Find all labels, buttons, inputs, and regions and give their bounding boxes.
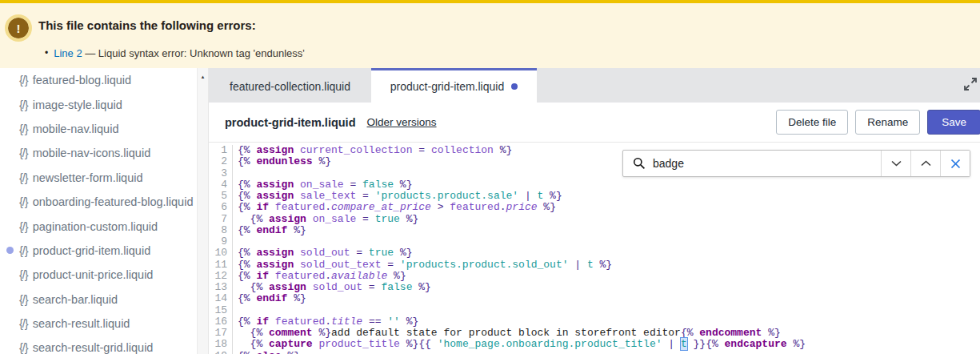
code-token: %} <box>494 144 512 156</box>
sidebar-item-search-result[interactable]: {/}search-result.liquid <box>0 312 197 336</box>
sidebar-item-search-bar[interactable]: {/}search-bar.liquid <box>0 288 197 312</box>
code-line: 13 {% assign sold_out = false %} <box>209 282 980 293</box>
code-line: 18 {% capture product_title %}{{ 'home_p… <box>209 339 980 350</box>
sidebar-scrollbar[interactable]: ▲ <box>197 68 208 354</box>
code-token: assign <box>269 281 306 293</box>
liquid-file-icon: {/} <box>19 244 28 257</box>
search-query: badge <box>653 157 684 170</box>
code-token: {% <box>250 338 269 350</box>
code-token: 'products.product.sold_out' <box>400 259 569 271</box>
code-token: = <box>344 179 362 191</box>
code-token: {% <box>250 281 269 293</box>
code-token: %} <box>400 316 418 328</box>
file-header: product-grid-item.liquid Older versions … <box>209 103 980 143</box>
code-token: . <box>500 201 506 213</box>
code-token: endcapture <box>725 338 787 350</box>
close-search-button[interactable] <box>940 151 970 176</box>
code-token: if <box>256 201 269 213</box>
code-token: endif <box>256 224 287 236</box>
liquid-file-icon: {/} <box>19 123 28 135</box>
sidebar-item-image-style[interactable]: {/}image-style.liquid <box>0 92 197 116</box>
line-number: 3 <box>209 168 233 179</box>
code-token <box>294 247 300 259</box>
code-token <box>269 316 275 328</box>
code-token: %} <box>400 338 418 350</box>
code-token: {% <box>238 247 256 259</box>
code-token: %} <box>394 179 412 191</box>
code-token <box>269 270 275 282</box>
code-editor[interactable]: 1{% assign current_collection = collecti… <box>209 143 980 354</box>
code-token: assign <box>269 213 306 225</box>
code-token: endcomment <box>699 327 762 339</box>
file-name: mobile-nav-icons.liquid <box>33 147 151 159</box>
scroll-up-arrow-icon[interactable]: ▲ <box>198 68 208 81</box>
sidebar-item-mobile-nav[interactable]: {/}mobile-nav.liquid <box>0 117 197 141</box>
tab-label: product-grid-item.liquid <box>390 80 504 93</box>
code-token <box>294 190 300 202</box>
line-number: 7 <box>209 214 233 225</box>
code-token: | <box>518 190 537 202</box>
code-token <box>238 327 250 339</box>
code-line: 19{% else %} <box>209 351 980 354</box>
line-number: 4 <box>209 179 233 191</box>
code-token: %} <box>394 247 412 259</box>
code-line-text: {% endunless %} <box>238 156 331 167</box>
sidebar-item-mobile-nav-icons[interactable]: {/}mobile-nav-icons.liquid <box>0 141 197 165</box>
code-token: == <box>362 316 387 328</box>
save-button[interactable]: Save <box>927 110 980 135</box>
tab-featured-collection[interactable]: featured-collection.liquid <box>209 68 371 103</box>
search-input[interactable]: badge <box>623 151 881 176</box>
code-line: 9 <box>209 236 980 247</box>
code-token <box>306 213 313 225</box>
liquid-file-icon: {/} <box>19 220 28 233</box>
file-name: onboarding-featured-blog.liquid <box>33 195 194 208</box>
code-token: sold_out_text <box>300 259 381 271</box>
code-token: {% <box>238 155 256 167</box>
search-panel: badge <box>622 150 970 177</box>
code-token: %} <box>400 213 418 225</box>
code-token: %} <box>313 155 331 167</box>
code-token: endif <box>256 292 287 304</box>
chevron-up-icon <box>921 160 931 167</box>
error-item: • Line 2 — Liquid syntax error: Unknown … <box>45 47 964 59</box>
file-name: featured-blog.liquid <box>33 74 131 86</box>
sidebar-item-product-grid-item[interactable]: {/}product-grid-item.liquid <box>0 239 197 263</box>
code-token: . <box>325 270 331 282</box>
next-match-button[interactable] <box>881 151 910 176</box>
sidebar-item-pagination-custom[interactable]: {/}pagination-custom.liquid <box>0 214 197 238</box>
tab-product-grid-item[interactable]: product-grid-item.liquid <box>371 68 537 103</box>
sidebar-item-newsletter-form[interactable]: {/}newsletter-form.liquid <box>0 166 197 190</box>
prev-match-button[interactable] <box>910 151 940 176</box>
delete-file-button[interactable]: Delete file <box>776 110 848 135</box>
code-token <box>294 144 300 156</box>
code-line-text: {% assign sold_out = false %} <box>238 282 431 293</box>
file-name: product-grid-item.liquid <box>33 244 150 257</box>
sidebar-item-product-unit-price[interactable]: {/}product-unit-price.liquid <box>0 263 197 287</box>
line-number: 10 <box>209 247 233 259</box>
sidebar-item-featured-blog[interactable]: {/}featured-blog.liquid <box>0 68 197 92</box>
liquid-file-icon: {/} <box>19 268 28 281</box>
expand-editor-icon[interactable] <box>962 75 979 93</box>
file-sidebar: {/}featured-blog.liquid{/}image-style.li… <box>0 68 208 354</box>
code-token <box>238 281 250 293</box>
error-line-link[interactable]: Line 2 <box>54 47 82 59</box>
sidebar-item-onboarding-featured-blog[interactable]: {/}onboarding-featured-blog.liquid <box>0 190 197 214</box>
code-token: endunless <box>256 155 312 167</box>
line-number: 9 <box>209 236 233 247</box>
code-token: {{ <box>418 338 437 350</box>
line-number: 13 <box>209 282 233 293</box>
file-name: search-result.liquid <box>33 317 130 330</box>
line-number: 16 <box>209 316 233 328</box>
code-line: 10{% assign sold_out = true %} <box>209 247 980 259</box>
line-number: 6 <box>209 202 233 213</box>
rename-button[interactable]: Rename <box>855 110 920 135</box>
older-versions-link[interactable]: Older versions <box>367 116 437 128</box>
code-line-text: {% assign sold_out_text = 'products.prod… <box>238 259 612 271</box>
code-token: comment <box>269 327 313 339</box>
sidebar-item-search-result-grid[interactable]: {/}search-result-grid.liquid <box>0 336 197 354</box>
code-token: assign <box>256 247 294 259</box>
search-icon <box>633 157 646 170</box>
code-token: }} <box>687 338 706 350</box>
file-name: newsletter-form.liquid <box>33 171 143 184</box>
code-token: %} <box>313 327 331 339</box>
